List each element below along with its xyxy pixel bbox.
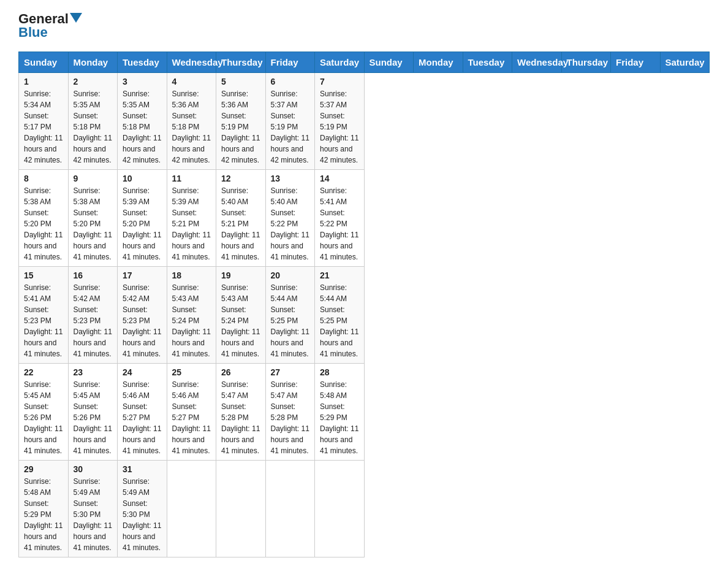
daylight-text: Daylight: 11 hours and 41 minutes. bbox=[24, 231, 63, 261]
sunset-text: Sunset: 5:29 PM bbox=[320, 402, 347, 422]
daylight-text: Daylight: 11 hours and 41 minutes. bbox=[320, 424, 358, 455]
sunset-text: Sunset: 5:19 PM bbox=[271, 112, 298, 131]
page-header: General Blue bbox=[18, 12, 710, 39]
daylight-text: Daylight: 11 hours and 41 minutes. bbox=[320, 231, 358, 261]
sunset-text: Sunset: 5:22 PM bbox=[320, 209, 347, 228]
day-number: 12 bbox=[221, 174, 260, 183]
daylight-text: Daylight: 11 hours and 41 minutes. bbox=[74, 231, 112, 261]
calendar-cell: 28Sunrise: 5:48 AMSunset: 5:29 PMDayligh… bbox=[315, 364, 365, 461]
daylight-text: Daylight: 11 hours and 41 minutes. bbox=[24, 521, 63, 552]
sunset-text: Sunset: 5:30 PM bbox=[74, 499, 101, 519]
day-number: 1 bbox=[24, 77, 63, 86]
day-info: Sunrise: 5:38 AMSunset: 5:20 PMDaylight:… bbox=[74, 185, 113, 262]
day-info: Sunrise: 5:42 AMSunset: 5:23 PMDaylight:… bbox=[74, 282, 113, 359]
col-header-thursday: Thursday bbox=[561, 52, 611, 73]
calendar-cell bbox=[265, 461, 315, 557]
day-info: Sunrise: 5:43 AMSunset: 5:24 PMDaylight:… bbox=[172, 282, 211, 359]
sunset-text: Sunset: 5:23 PM bbox=[123, 305, 150, 325]
day-info: Sunrise: 5:37 AMSunset: 5:19 PMDaylight:… bbox=[271, 88, 310, 166]
sunset-text: Sunset: 5:25 PM bbox=[320, 305, 347, 325]
sunset-text: Sunset: 5:28 PM bbox=[221, 402, 249, 422]
day-info: Sunrise: 5:43 AMSunset: 5:24 PMDaylight:… bbox=[221, 282, 260, 359]
sunset-text: Sunset: 5:30 PM bbox=[123, 499, 150, 519]
day-info: Sunrise: 5:45 AMSunset: 5:26 PMDaylight:… bbox=[24, 379, 63, 456]
day-info: Sunrise: 5:35 AMSunset: 5:18 PMDaylight:… bbox=[74, 88, 113, 166]
calendar-cell: 21Sunrise: 5:44 AMSunset: 5:25 PMDayligh… bbox=[315, 267, 365, 364]
sunrise-text: Sunrise: 5:36 AM bbox=[172, 90, 199, 109]
sunrise-text: Sunrise: 5:35 AM bbox=[74, 90, 100, 109]
daylight-text: Daylight: 11 hours and 41 minutes. bbox=[74, 521, 112, 552]
sunrise-text: Sunrise: 5:45 AM bbox=[74, 380, 100, 400]
day-info: Sunrise: 5:44 AMSunset: 5:25 PMDaylight:… bbox=[320, 282, 359, 359]
col-header-tuesday: Tuesday bbox=[118, 52, 167, 73]
sunset-text: Sunset: 5:24 PM bbox=[221, 305, 249, 325]
daylight-text: Daylight: 11 hours and 41 minutes. bbox=[172, 327, 211, 358]
day-number: 28 bbox=[320, 367, 359, 377]
day-number: 9 bbox=[74, 174, 113, 183]
calendar-cell bbox=[216, 461, 266, 557]
calendar-cell: 20Sunrise: 5:44 AMSunset: 5:25 PMDayligh… bbox=[265, 267, 315, 364]
daylight-text: Daylight: 11 hours and 41 minutes. bbox=[320, 327, 358, 358]
calendar-cell: 17Sunrise: 5:42 AMSunset: 5:23 PMDayligh… bbox=[118, 267, 167, 364]
calendar-cell: 6Sunrise: 5:37 AMSunset: 5:19 PMDaylight… bbox=[265, 73, 315, 170]
calendar-cell: 7Sunrise: 5:37 AMSunset: 5:19 PMDaylight… bbox=[315, 73, 365, 170]
calendar-cell: 16Sunrise: 5:42 AMSunset: 5:23 PMDayligh… bbox=[68, 267, 118, 364]
day-number: 11 bbox=[172, 174, 211, 183]
day-number: 6 bbox=[271, 77, 310, 86]
col-header-friday: Friday bbox=[265, 52, 315, 73]
daylight-text: Daylight: 11 hours and 41 minutes. bbox=[74, 424, 112, 455]
col-header-thursday: Thursday bbox=[216, 52, 266, 73]
day-info: Sunrise: 5:38 AMSunset: 5:20 PMDaylight:… bbox=[24, 185, 63, 262]
daylight-text: Daylight: 11 hours and 41 minutes. bbox=[123, 327, 161, 358]
sunset-text: Sunset: 5:27 PM bbox=[172, 402, 200, 422]
sunset-text: Sunset: 5:27 PM bbox=[123, 402, 150, 422]
day-info: Sunrise: 5:40 AMSunset: 5:22 PMDaylight:… bbox=[271, 185, 310, 262]
day-info: Sunrise: 5:34 AMSunset: 5:17 PMDaylight:… bbox=[24, 88, 63, 166]
sunset-text: Sunset: 5:22 PM bbox=[271, 209, 298, 228]
sunrise-text: Sunrise: 5:41 AM bbox=[320, 186, 347, 206]
sunrise-text: Sunrise: 5:46 AM bbox=[172, 380, 199, 400]
day-number: 24 bbox=[123, 367, 162, 377]
calendar-cell: 23Sunrise: 5:45 AMSunset: 5:26 PMDayligh… bbox=[68, 364, 118, 461]
col-header-saturday: Saturday bbox=[315, 52, 365, 73]
day-number: 18 bbox=[172, 270, 211, 280]
sunset-text: Sunset: 5:29 PM bbox=[24, 499, 51, 519]
daylight-text: Daylight: 11 hours and 41 minutes. bbox=[271, 231, 309, 261]
day-info: Sunrise: 5:49 AMSunset: 5:30 PMDaylight:… bbox=[74, 476, 113, 553]
day-number: 25 bbox=[172, 367, 211, 377]
day-info: Sunrise: 5:40 AMSunset: 5:21 PMDaylight:… bbox=[221, 185, 260, 262]
logo-general-text: General bbox=[18, 12, 69, 26]
sunrise-text: Sunrise: 5:40 AM bbox=[271, 186, 298, 206]
calendar-cell bbox=[315, 461, 365, 557]
daylight-text: Daylight: 11 hours and 41 minutes. bbox=[24, 327, 63, 358]
calendar-cell: 4Sunrise: 5:36 AMSunset: 5:18 PMDaylight… bbox=[167, 73, 216, 170]
calendar-cell: 14Sunrise: 5:41 AMSunset: 5:22 PMDayligh… bbox=[315, 170, 365, 267]
sunrise-text: Sunrise: 5:49 AM bbox=[123, 477, 150, 497]
day-info: Sunrise: 5:39 AMSunset: 5:20 PMDaylight:… bbox=[123, 185, 162, 262]
day-info: Sunrise: 5:41 AMSunset: 5:23 PMDaylight:… bbox=[24, 282, 63, 359]
calendar-cell: 26Sunrise: 5:47 AMSunset: 5:28 PMDayligh… bbox=[216, 364, 266, 461]
calendar-cell: 19Sunrise: 5:43 AMSunset: 5:24 PMDayligh… bbox=[216, 267, 266, 364]
day-number: 31 bbox=[123, 464, 162, 474]
sunrise-text: Sunrise: 5:38 AM bbox=[74, 186, 100, 206]
calendar-cell: 24Sunrise: 5:46 AMSunset: 5:27 PMDayligh… bbox=[118, 364, 167, 461]
daylight-text: Daylight: 11 hours and 41 minutes. bbox=[172, 231, 211, 261]
daylight-text: Daylight: 11 hours and 42 minutes. bbox=[74, 134, 112, 164]
day-info: Sunrise: 5:41 AMSunset: 5:22 PMDaylight:… bbox=[320, 185, 359, 262]
calendar-cell: 18Sunrise: 5:43 AMSunset: 5:24 PMDayligh… bbox=[167, 267, 216, 364]
day-number: 20 bbox=[271, 270, 310, 280]
logo-triangle-icon bbox=[70, 13, 82, 23]
calendar-cell: 15Sunrise: 5:41 AMSunset: 5:23 PMDayligh… bbox=[19, 267, 69, 364]
calendar-cell: 2Sunrise: 5:35 AMSunset: 5:18 PMDaylight… bbox=[68, 73, 118, 170]
day-number: 5 bbox=[221, 77, 260, 86]
day-number: 14 bbox=[320, 174, 359, 183]
calendar-cell: 3Sunrise: 5:35 AMSunset: 5:18 PMDaylight… bbox=[118, 73, 167, 170]
logo: General Blue bbox=[18, 12, 82, 39]
day-number: 30 bbox=[74, 464, 113, 474]
daylight-text: Daylight: 11 hours and 42 minutes. bbox=[221, 134, 260, 164]
sunrise-text: Sunrise: 5:42 AM bbox=[74, 283, 100, 303]
sunset-text: Sunset: 5:17 PM bbox=[24, 112, 51, 131]
daylight-text: Daylight: 11 hours and 42 minutes. bbox=[172, 134, 211, 164]
calendar-week-row: 1Sunrise: 5:34 AMSunset: 5:17 PMDaylight… bbox=[19, 73, 710, 170]
calendar-cell: 5Sunrise: 5:36 AMSunset: 5:19 PMDaylight… bbox=[216, 73, 266, 170]
